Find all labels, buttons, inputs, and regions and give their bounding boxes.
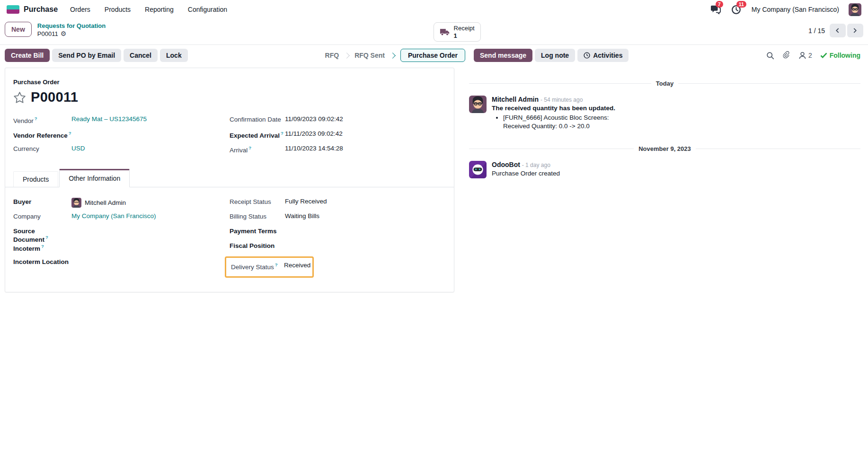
status-step-rfq-sent[interactable]: RFQ Sent [354, 52, 385, 59]
tracking-line: Received Quantity: 0.0 -> 20.0 [503, 122, 615, 131]
send-message-button[interactable]: Send message [474, 49, 532, 62]
toolbar-row: Create Bill Send PO by Email Cancel Lock… [0, 44, 868, 66]
message-author-avatar[interactable] [469, 96, 487, 113]
field-vendor: Vendor? Ready Mat – US12345675 [13, 115, 230, 130]
message-author[interactable]: Mitchell Admin [492, 96, 539, 103]
help-marker: ? [35, 116, 37, 121]
tab-other-information[interactable]: Other Information [59, 169, 130, 187]
message: OdooBot - 1 day ago Purchase Order creat… [469, 161, 860, 178]
pager-previous-button[interactable] [830, 24, 846, 37]
activities-badge: 11 [736, 1, 746, 8]
messages-badge: 7 [716, 1, 723, 8]
help-marker: ? [41, 244, 44, 249]
app-menu: Orders Products Reporting Configuration [70, 6, 227, 13]
favorite-star-icon[interactable] [13, 91, 26, 104]
field-expected-arrival: Expected Arrival? 11/11/2023 09:02:42 [230, 130, 446, 145]
followers-icon [798, 52, 806, 59]
buyer-avatar [71, 198, 81, 208]
page-title[interactable]: P00011 [31, 89, 78, 105]
activities-button[interactable]: Activities [577, 49, 629, 62]
status-step-rfq[interactable]: RFQ [325, 52, 339, 59]
message-title: The received quantity has been updated. [492, 105, 615, 112]
cancel-button[interactable]: Cancel [124, 49, 158, 62]
date-divider-november: November 9, 2023 [469, 145, 860, 152]
message: Mitchell Admin - 54 minutes ago The rece… [469, 96, 860, 131]
odoo-logo-icon [7, 5, 19, 14]
message-tracking-list: [FURN_6666] Acoustic Bloc Screens: Recei… [503, 114, 615, 131]
menu-reporting[interactable]: Reporting [145, 6, 174, 13]
paperclip-icon [782, 51, 790, 60]
search-messages-button[interactable] [766, 52, 774, 60]
message-time: - 1 day ago [522, 162, 550, 168]
activities-clock-icon[interactable]: 11 [731, 4, 742, 15]
attach-files-button[interactable] [782, 51, 790, 60]
field-arrival: Arrival? 11/10/2023 14:54:28 [230, 145, 446, 159]
confirmation-date-value[interactable]: 11/09/2023 09:02:42 [285, 115, 343, 123]
doc-type-label: Purchase Order [13, 79, 446, 86]
breadcrumb-parent[interactable]: Requests for Quotation [37, 22, 106, 30]
field-buyer: Buyer Mitchell Admin [13, 198, 230, 212]
help-marker: ? [69, 131, 71, 136]
expected-arrival-value[interactable]: 11/11/2023 09:02:42 [285, 130, 343, 137]
action-buttons: Create Bill Send PO by Email Cancel Lock [5, 49, 188, 62]
log-note-button[interactable]: Log note [535, 49, 575, 62]
receipt-status-value[interactable]: Fully Received [285, 198, 327, 205]
receipt-label: Receipt [454, 25, 475, 32]
field-receipt-status: Receipt Status Fully Received [230, 198, 446, 212]
pager: 1 / 15 [808, 24, 863, 37]
field-payment-terms: Payment Terms [230, 227, 446, 242]
pager-value: 1 / 15 [808, 27, 825, 35]
send-po-by-email-button[interactable]: Send PO by Email [52, 49, 121, 62]
receipt-count: 1 [454, 32, 475, 40]
status-step-purchase-order[interactable]: Purchase Order [400, 49, 465, 62]
message-author[interactable]: OdooBot [492, 161, 520, 168]
buyer-value[interactable]: Mitchell Admin [71, 198, 126, 208]
followers-button[interactable]: 2 [798, 52, 812, 59]
followers-count: 2 [808, 52, 812, 59]
create-bill-button[interactable]: Create Bill [5, 49, 50, 62]
clock-icon [584, 52, 590, 59]
message-body: Purchase Order created [492, 170, 560, 177]
help-marker: ? [45, 235, 48, 240]
help-marker: ? [248, 145, 251, 150]
vendor-value[interactable]: Ready Mat – US12345675 [71, 115, 147, 123]
company-value[interactable]: My Company (San Francisco) [71, 212, 156, 220]
field-incoterm-location: Incoterm Location [13, 258, 230, 272]
currency-value[interactable]: USD [71, 145, 85, 152]
status-separator-icon [344, 53, 350, 59]
field-currency: Currency USD [13, 145, 230, 159]
truck-icon [440, 28, 450, 36]
arrival-value[interactable]: 11/10/2023 14:54:28 [285, 145, 343, 152]
pager-next-button[interactable] [847, 24, 863, 37]
lock-button[interactable]: Lock [160, 49, 188, 62]
top-navbar: Purchase Orders Products Reporting Confi… [0, 0, 868, 19]
field-company: Company My Company (San Francisco) [13, 212, 230, 227]
odoobot-avatar[interactable] [469, 161, 487, 178]
menu-products[interactable]: Products [105, 6, 131, 13]
systray: 7 11 My Company (San Francisco) [710, 3, 861, 16]
app-name[interactable]: Purchase [24, 5, 58, 14]
tracking-line: [FURN_6666] Acoustic Bloc Screens: [503, 114, 615, 122]
gear-icon[interactable]: ⚙ [61, 30, 67, 38]
new-button[interactable]: New [5, 22, 32, 37]
delivery-status-value[interactable]: Received [284, 262, 310, 271]
breadcrumb-current: P00011 [37, 30, 58, 38]
chatter: Today Mitchell Admin - 54 minutes ago Th… [461, 66, 868, 190]
tab-products[interactable]: Products [13, 171, 58, 187]
menu-configuration[interactable]: Configuration [188, 6, 227, 13]
field-confirmation-date: Confirmation Date 11/09/2023 09:02:42 [230, 115, 446, 130]
following-toggle[interactable]: Following [820, 52, 860, 59]
chevron-left-icon [835, 28, 840, 33]
tab-column-right: Receipt Status Fully Received Billing St… [230, 198, 446, 278]
company-switcher[interactable]: My Company (San Francisco) [752, 6, 839, 13]
help-marker: ? [281, 131, 283, 136]
control-panel: New Requests for Quotation P00011 ⚙ Rece… [0, 19, 868, 44]
breadcrumb: Requests for Quotation P00011 ⚙ [37, 22, 106, 38]
message-time: - 54 minutes ago [540, 97, 583, 103]
user-avatar[interactable] [849, 3, 861, 16]
messages-icon[interactable]: 7 [710, 4, 721, 15]
billing-status-value[interactable]: Waiting Bills [285, 212, 319, 220]
receipt-smart-button[interactable]: Receipt 1 [434, 22, 481, 42]
delivery-status-highlight-box: Delivery Status? Received [225, 256, 314, 278]
menu-orders[interactable]: Orders [70, 6, 90, 13]
